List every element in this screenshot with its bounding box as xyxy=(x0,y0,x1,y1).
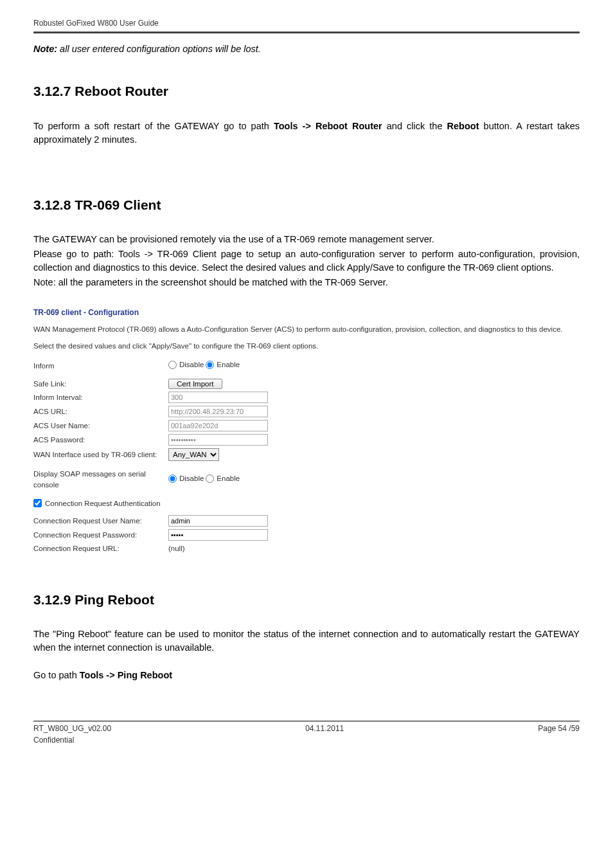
tr069-form-desc1: WAN Management Protocol (TR-069) allows … xyxy=(33,324,580,335)
input-acspass[interactable] xyxy=(168,434,268,446)
value-crurl: (null) xyxy=(168,545,185,552)
label-soap: Display SOAP messages on serial console xyxy=(33,467,168,491)
tr069-form-desc2: Select the desired values and click "App… xyxy=(33,341,580,352)
label-conn-auth: Connection Request Authentication xyxy=(45,498,161,509)
radio-disable-label: Disable xyxy=(179,359,204,370)
radio-soap-disable-label: Disable xyxy=(179,473,204,484)
reboot-router-body: To perform a soft restart of the GATEWAY… xyxy=(33,120,580,147)
doc-header: Robustel GoFixed W800 User Guide xyxy=(33,18,580,32)
tr069-conn-table: Connection Request User Name: Connection… xyxy=(33,514,272,556)
input-acsurl[interactable] xyxy=(168,406,268,417)
cert-import-button[interactable]: Cert Import xyxy=(168,379,222,389)
ping-reboot-body: The "Ping Reboot" feature can be used to… xyxy=(33,628,580,655)
footer-center: 04.11.2011 xyxy=(305,723,344,746)
tr069-body-3: Note: all the parameters in the screensh… xyxy=(33,276,580,289)
doc-product: Robustel GoFixed W800 User Guide xyxy=(33,19,159,28)
tr069-body-1: The GATEWAY can be provisioned remotely … xyxy=(33,233,580,246)
heading-ping-reboot: 3.12.9 Ping Reboot xyxy=(33,590,580,610)
radio-enable-label: Enable xyxy=(217,359,240,370)
header-divider xyxy=(33,32,580,33)
heading-reboot-router: 3.12.7 Reboot Router xyxy=(33,82,580,101)
label-acspass: ACS Password: xyxy=(33,433,168,447)
radio-inform-disable[interactable] xyxy=(168,361,177,369)
tr069-body-2: Please go to path: Tools -> TR-069 Clien… xyxy=(33,248,580,275)
label-safelink: Safe Link: xyxy=(33,377,168,391)
label-crpass: Connection Request Password: xyxy=(33,528,168,542)
radio-soap-disable[interactable] xyxy=(168,475,177,483)
tr069-form-table: Inform Disable Enable Safe Link: Cert Im… xyxy=(33,358,272,492)
footer-left: RT_W800_UG_v02.00 Confidential xyxy=(33,723,111,746)
label-wanif: WAN Interface used by TR-069 client: xyxy=(33,447,168,462)
page-footer: RT_W800_UG_v02.00 Confidential 04.11.201… xyxy=(33,721,580,746)
note-line: Note: all user entered configuration opt… xyxy=(33,42,580,56)
label-acsuser: ACS User Name: xyxy=(33,419,168,433)
footer-right: Page 54 /59 xyxy=(538,723,580,746)
label-cruser: Connection Request User Name: xyxy=(33,514,168,528)
input-cruser[interactable] xyxy=(168,515,268,527)
input-crpass[interactable] xyxy=(168,529,268,541)
ping-reboot-path: Go to path Tools -> Ping Reboot xyxy=(33,669,580,682)
label-interval: Inform Interval: xyxy=(33,390,168,404)
label-acsurl: ACS URL: xyxy=(33,404,168,419)
conn-auth-row: Connection Request Authentication xyxy=(33,498,580,509)
radio-soap-enable[interactable] xyxy=(206,475,214,483)
radio-inform-enable[interactable] xyxy=(206,361,214,369)
label-inform: Inform xyxy=(33,358,168,374)
note-text: all user entered configuration options w… xyxy=(57,44,261,54)
select-wan-interface[interactable]: Any_WAN xyxy=(168,448,219,461)
checkbox-conn-auth[interactable] xyxy=(33,499,42,507)
heading-tr069: 3.12.8 TR-069 Client xyxy=(33,195,580,215)
input-acsuser[interactable] xyxy=(168,420,268,431)
radio-soap-enable-label: Enable xyxy=(217,473,240,484)
note-label: Note: xyxy=(33,44,57,54)
input-interval[interactable] xyxy=(168,392,268,403)
tr069-form-title: TR-069 client - Configuration xyxy=(33,307,580,318)
label-crurl: Connection Request URL: xyxy=(33,542,168,556)
